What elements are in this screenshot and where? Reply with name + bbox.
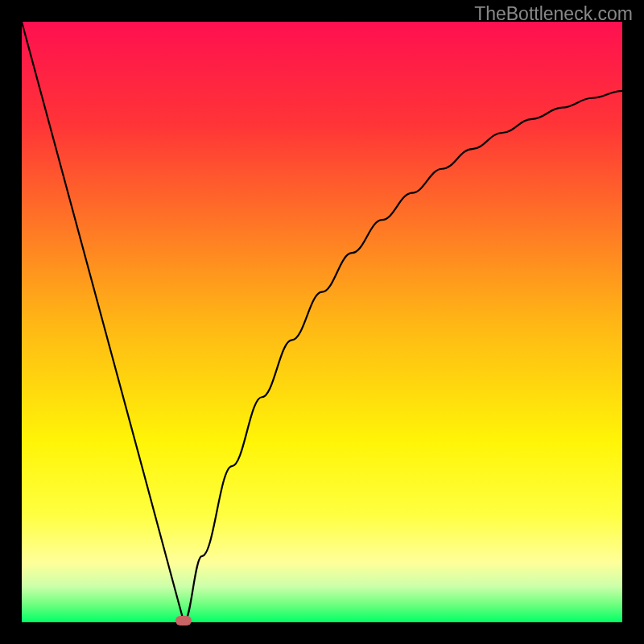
optimal-point-marker [175, 616, 192, 625]
chart-area [22, 22, 622, 622]
watermark-text: TheBottleneck.com [474, 3, 633, 25]
bottleneck-curve [22, 22, 622, 622]
